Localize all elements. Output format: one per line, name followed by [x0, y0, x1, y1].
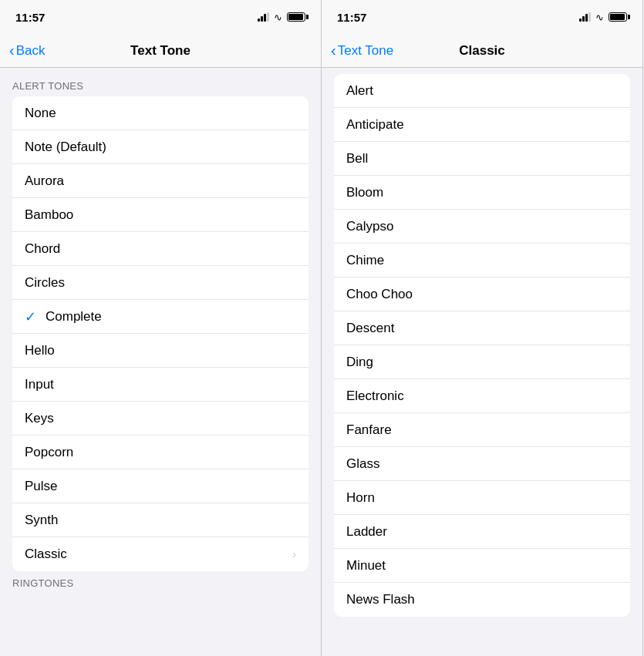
item-label: Anticipate — [346, 117, 618, 133]
left-status-bar: 11:57 ∿ — [0, 0, 321, 34]
item-label: Ding — [346, 355, 618, 370]
list-item[interactable]: Bell — [334, 142, 630, 176]
item-label: Note (Default) — [25, 140, 296, 155]
item-label: Classic — [25, 547, 292, 562]
item-label: Minuet — [346, 558, 618, 574]
back-chevron-icon: ‹ — [9, 42, 15, 59]
right-nav-title: Classic — [459, 43, 505, 59]
item-label: Electronic — [346, 389, 618, 404]
item-label: Choo Choo — [346, 287, 618, 302]
right-status-bar: 11:57 ∿ — [322, 0, 642, 34]
item-label: Input — [25, 377, 296, 392]
wifi-icon: ∿ — [595, 12, 604, 23]
item-label: News Flash — [346, 592, 618, 607]
left-status-icons: ∿ — [258, 12, 305, 23]
left-panel: 11:57 ∿ ‹ Back Text Tone ALERT TONES — [0, 0, 322, 656]
item-label: None — [25, 106, 296, 121]
list-item[interactable]: Chord — [12, 232, 309, 266]
right-back-label: Text Tone — [338, 43, 393, 59]
item-label: Bell — [346, 151, 618, 167]
checkmark-icon: ✓ — [25, 308, 36, 325]
alert-tones-header: ALERT TONES — [0, 68, 321, 96]
wifi-icon: ∿ — [274, 12, 282, 23]
list-item[interactable]: Hello — [12, 334, 309, 368]
list-item[interactable]: Synth — [12, 503, 309, 537]
item-label: Ladder — [346, 524, 618, 540]
right-back-button[interactable]: ‹ Text Tone — [331, 42, 393, 59]
list-item[interactable]: Fanfare — [334, 413, 630, 447]
item-label: Circles — [25, 275, 296, 291]
list-item[interactable]: Keys — [12, 402, 309, 436]
list-item[interactable]: Ding — [334, 345, 630, 379]
list-item[interactable]: Choo Choo — [334, 278, 630, 311]
item-label: Fanfare — [346, 422, 618, 438]
list-item-classic[interactable]: Classic › — [12, 537, 309, 571]
chevron-right-icon: › — [292, 548, 296, 560]
left-status-time: 11:57 — [15, 11, 45, 24]
list-item-complete[interactable]: ✓ Complete — [12, 300, 309, 334]
list-item[interactable]: Alert — [334, 74, 630, 108]
list-item[interactable]: Anticipate — [334, 108, 630, 142]
item-label: Pulse — [25, 479, 296, 494]
left-nav-bar: ‹ Back Text Tone — [0, 34, 321, 68]
item-label: Calypso — [346, 219, 618, 234]
list-item[interactable]: Chime — [334, 244, 630, 278]
list-item[interactable]: Circles — [12, 266, 309, 300]
left-back-label: Back — [16, 43, 46, 59]
item-label: Chord — [25, 241, 296, 257]
left-back-button[interactable]: ‹ Back — [9, 42, 45, 59]
list-item[interactable]: Glass — [334, 447, 630, 481]
list-item[interactable]: Horn — [334, 481, 630, 515]
back-chevron-icon: ‹ — [331, 42, 336, 59]
right-status-icons: ∿ — [579, 12, 627, 23]
ringtones-header: RINGTONES — [0, 571, 321, 592]
list-item[interactable]: Electronic — [334, 379, 630, 413]
list-item[interactable]: News Flash — [334, 583, 630, 617]
right-nav-bar: ‹ Text Tone Classic — [322, 34, 642, 68]
right-panel: 11:57 ∿ ‹ Text Tone Classic Alert — [322, 0, 643, 656]
list-item[interactable]: Note (Default) — [12, 130, 309, 164]
list-item[interactable]: Bloom — [334, 176, 630, 210]
item-label: Glass — [346, 456, 618, 472]
battery-icon — [287, 12, 305, 22]
item-label: Synth — [25, 513, 296, 528]
item-label: Popcorn — [25, 445, 296, 460]
left-nav-title: Text Tone — [130, 43, 191, 59]
list-item[interactable]: Pulse — [12, 469, 309, 503]
list-item[interactable]: Descent — [334, 311, 630, 345]
list-item[interactable]: Popcorn — [12, 436, 309, 469]
signal-icon — [258, 12, 269, 22]
right-scroll-area: Alert Anticipate Bell Bloom Calypso Chim… — [322, 68, 642, 656]
list-item[interactable]: Ladder — [334, 515, 630, 549]
item-label: Aurora — [25, 173, 296, 189]
item-label: Keys — [25, 411, 296, 426]
item-label: Horn — [346, 490, 618, 506]
left-scroll-area: ALERT TONES None Note (Default) Aurora B… — [0, 68, 321, 656]
right-status-time: 11:57 — [337, 11, 366, 24]
list-item[interactable]: Minuet — [334, 549, 630, 583]
list-item[interactable]: Calypso — [334, 210, 630, 244]
list-item[interactable]: Aurora — [12, 164, 309, 198]
alert-tones-list: None Note (Default) Aurora Bamboo Chord … — [12, 96, 309, 571]
classic-tones-list: Alert Anticipate Bell Bloom Calypso Chim… — [334, 74, 630, 617]
item-label: Hello — [25, 343, 296, 358]
item-label: Bamboo — [25, 207, 296, 223]
list-item[interactable]: Input — [12, 368, 309, 402]
battery-icon — [609, 12, 627, 22]
item-label: Descent — [346, 321, 618, 336]
item-label: Alert — [346, 83, 618, 99]
list-item[interactable]: None — [12, 96, 309, 130]
item-label: Complete — [46, 309, 296, 325]
item-label: Bloom — [346, 185, 618, 200]
list-item[interactable]: Bamboo — [12, 198, 309, 232]
item-label: Chime — [346, 253, 618, 268]
signal-icon — [579, 12, 591, 22]
